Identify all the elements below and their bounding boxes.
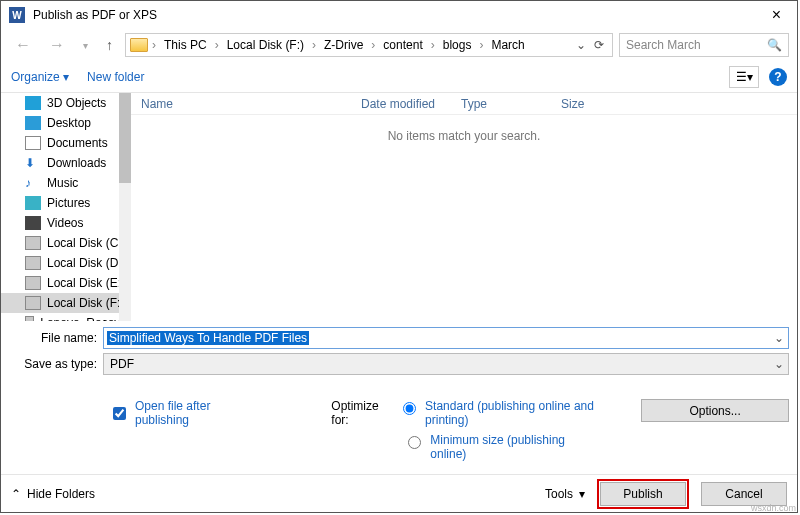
optimize-standard-label: Standard (publishing online and printing… (425, 399, 595, 427)
tree-scrollbar[interactable] (119, 93, 131, 321)
hide-folders-button[interactable]: ⌃ Hide Folders (11, 487, 95, 501)
column-name[interactable]: Name (131, 97, 351, 111)
optimize-group: Optimize for: Standard (publishing onlin… (331, 399, 789, 467)
tree-item-videos[interactable]: Videos (1, 213, 131, 233)
chevron-right-icon[interactable]: › (213, 38, 221, 52)
videos-icon (25, 216, 41, 230)
open-after-checkbox[interactable]: Open file after publishing (109, 399, 261, 427)
window-title: Publish as PDF or XPS (33, 8, 764, 22)
dialog-window: W Publish as PDF or XPS × ← → ▾ ↑ › This… (0, 0, 798, 513)
tree-item-disk-e[interactable]: Local Disk (E:) (1, 273, 131, 293)
chevron-right-icon[interactable]: › (477, 38, 485, 52)
disk-icon (25, 316, 34, 321)
disk-icon (25, 236, 41, 250)
help-icon[interactable]: ? (769, 68, 787, 86)
breadcrumb[interactable]: content (379, 38, 426, 52)
tree-item-disk-f[interactable]: Local Disk (F:) (1, 293, 131, 313)
chevron-up-icon: ⌃ (11, 487, 21, 501)
scrollbar-thumb[interactable] (119, 93, 131, 183)
recent-chevron-icon[interactable]: ▾ (77, 40, 94, 51)
tree-item-documents[interactable]: Documents (1, 133, 131, 153)
3d-objects-icon (25, 96, 41, 110)
optimize-label: Optimize for: (331, 399, 392, 427)
options-button[interactable]: Options... (641, 399, 789, 422)
navigation-tree[interactable]: 3D Objects Desktop Documents ⬇Downloads … (1, 93, 131, 321)
downloads-icon: ⬇ (25, 156, 41, 170)
music-icon: ♪ (25, 176, 41, 190)
chevron-right-icon[interactable]: › (429, 38, 437, 52)
nav-bar: ← → ▾ ↑ › This PC › Local Disk (F:) › Z-… (1, 29, 797, 61)
disk-icon (25, 256, 41, 270)
publish-button[interactable]: Publish (600, 482, 686, 506)
desktop-icon (25, 116, 41, 130)
chevron-down-icon: ▾ (63, 70, 69, 84)
refresh-icon[interactable]: ⟳ (594, 38, 604, 52)
hide-folders-label: Hide Folders (27, 487, 95, 501)
tree-item-desktop[interactable]: Desktop (1, 113, 131, 133)
chevron-down-icon[interactable]: ⌄ (774, 357, 784, 371)
fields-area: File name: Simplified Ways To Handle PDF… (1, 321, 797, 381)
footer: ⌃ Hide Folders Tools ▾ Publish Cancel (1, 474, 797, 512)
documents-icon (25, 136, 41, 150)
tree-item-3d-objects[interactable]: 3D Objects (1, 93, 131, 113)
search-input[interactable]: Search March 🔍 (619, 33, 789, 57)
disk-icon (25, 296, 41, 310)
chevron-right-icon[interactable]: › (369, 38, 377, 52)
empty-list-message: No items match your search. (131, 115, 797, 143)
breadcrumb[interactable]: Z-Drive (320, 38, 367, 52)
breadcrumb[interactable]: blogs (439, 38, 476, 52)
tree-item-downloads[interactable]: ⬇Downloads (1, 153, 131, 173)
optimize-minimum-label: Minimum size (publishing online) (430, 433, 600, 461)
filename-value: Simplified Ways To Handle PDF Files (107, 331, 309, 345)
tree-item-disk-c[interactable]: Local Disk (C:) (1, 233, 131, 253)
chevron-right-icon[interactable]: › (150, 38, 158, 52)
tree-item-pictures[interactable]: Pictures (1, 193, 131, 213)
column-date[interactable]: Date modified (351, 97, 451, 111)
tools-label: Tools (545, 487, 573, 501)
address-bar[interactable]: › This PC › Local Disk (F:) › Z-Drive › … (125, 33, 613, 57)
breadcrumb[interactable]: Local Disk (F:) (223, 38, 308, 52)
open-after-label: Open file after publishing (135, 399, 261, 427)
chevron-down-icon[interactable]: ⌄ (774, 331, 784, 345)
savetype-value: PDF (110, 357, 134, 371)
chevron-down-icon[interactable]: ⌄ (576, 38, 586, 52)
word-icon: W (9, 7, 25, 23)
filename-label: File name: (9, 331, 103, 345)
back-icon[interactable]: ← (9, 36, 37, 54)
search-placeholder: Search March (626, 38, 701, 52)
breadcrumb[interactable]: This PC (160, 38, 211, 52)
body-area: 3D Objects Desktop Documents ⬇Downloads … (1, 93, 797, 321)
cancel-button[interactable]: Cancel (701, 482, 787, 506)
breadcrumb[interactable]: March (487, 38, 528, 52)
forward-icon[interactable]: → (43, 36, 71, 54)
titlebar: W Publish as PDF or XPS × (1, 1, 797, 29)
pictures-icon (25, 196, 41, 210)
tools-menu[interactable]: Tools ▾ (545, 487, 585, 501)
options-area: Open file after publishing Optimize for:… (1, 381, 797, 477)
disk-icon (25, 276, 41, 290)
folder-icon (130, 38, 148, 52)
column-headers: Name Date modified Type Size (131, 93, 797, 115)
savetype-label: Save as type: (9, 357, 103, 371)
savetype-select[interactable]: PDF ⌄ (103, 353, 789, 375)
tree-item-disk-d[interactable]: Local Disk (D:) (1, 253, 131, 273)
organize-menu[interactable]: Organize ▾ (11, 70, 69, 84)
open-after-input[interactable] (113, 407, 126, 420)
column-type[interactable]: Type (451, 97, 551, 111)
search-icon: 🔍 (767, 38, 782, 52)
new-folder-button[interactable]: New folder (87, 70, 144, 84)
column-size[interactable]: Size (551, 97, 594, 111)
watermark: wsxdn.com (751, 503, 796, 513)
file-list-pane: Name Date modified Type Size No items ma… (131, 93, 797, 321)
chevron-right-icon[interactable]: › (310, 38, 318, 52)
view-options-button[interactable]: ☰▾ (729, 66, 759, 88)
close-icon[interactable]: × (764, 6, 789, 24)
optimize-standard-radio[interactable] (403, 402, 416, 415)
filename-input[interactable]: Simplified Ways To Handle PDF Files ⌄ (103, 327, 789, 349)
tree-item-lenovo-recover[interactable]: Lenovo_Recover (1, 313, 131, 321)
command-bar: Organize ▾ New folder ☰▾ ? (1, 61, 797, 93)
publish-highlight: Publish (597, 479, 689, 509)
tree-item-music[interactable]: ♪Music (1, 173, 131, 193)
optimize-minimum-radio[interactable] (408, 436, 421, 449)
up-icon[interactable]: ↑ (100, 37, 119, 53)
